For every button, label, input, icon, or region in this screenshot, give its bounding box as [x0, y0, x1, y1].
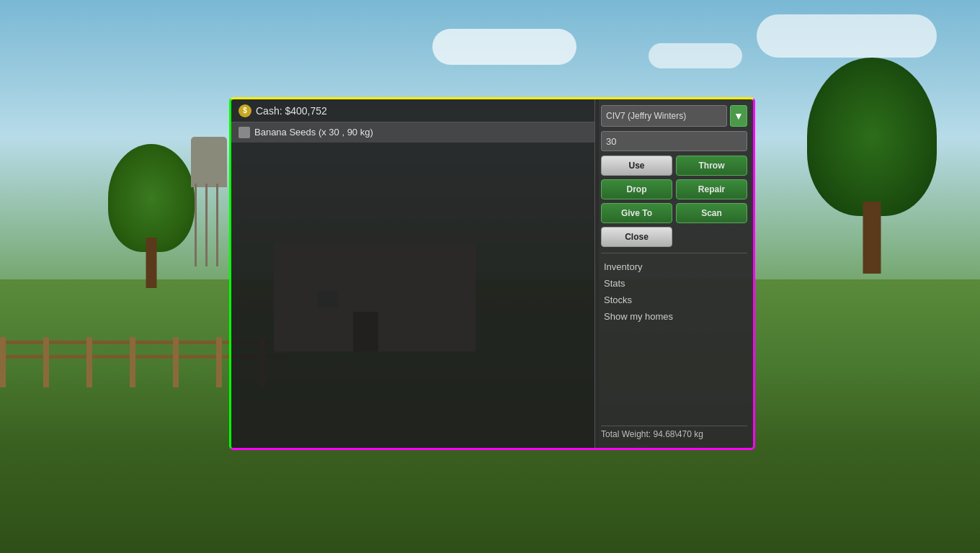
- give-to-button[interactable]: Give To: [601, 203, 672, 223]
- water-tower-legs: [195, 184, 223, 266]
- tree-foliage: [108, 144, 195, 252]
- weight-display: Total Weight: 94.68\470 kg: [601, 426, 747, 442]
- use-button[interactable]: Use: [601, 156, 672, 176]
- item-label: Banana Seeds (x 30 , 90 kg): [254, 127, 373, 138]
- drop-button[interactable]: Drop: [601, 179, 672, 199]
- cash-display: Cash: $400,752: [256, 105, 327, 117]
- inventory-list-panel: $ Cash: $400,752 Banana Seeds (x 30 , 90…: [231, 99, 599, 448]
- menu-list: Inventory Stats Stocks Show my homes: [601, 259, 747, 421]
- scan-button[interactable]: Scan: [676, 203, 747, 223]
- action-buttons: Use Throw Drop Repair Give To Scan Close: [601, 156, 747, 247]
- character-dropdown[interactable]: CIV7 (Jeffry Winters): [601, 105, 727, 127]
- fence-post: [216, 337, 222, 387]
- quantity-input[interactable]: [601, 131, 747, 151]
- cash-icon: $: [239, 104, 251, 117]
- menu-item-stats[interactable]: Stats: [601, 276, 747, 291]
- action-panel: CIV7 (Jeffry Winters) ▼ Use Throw Drop R…: [594, 99, 753, 448]
- cloud: [432, 29, 576, 65]
- inventory-item-row[interactable]: Banana Seeds (x 30 , 90 kg): [231, 122, 599, 143]
- divider: [601, 253, 747, 253]
- tree: [807, 58, 937, 274]
- fence-post: [86, 337, 92, 387]
- cash-row: $ Cash: $400,752: [231, 99, 599, 122]
- character-selector-row: CIV7 (Jeffry Winters) ▼: [601, 105, 747, 127]
- menu-item-show-homes[interactable]: Show my homes: [601, 309, 747, 324]
- fence-post: [173, 337, 179, 387]
- repair-button[interactable]: Repair: [676, 179, 747, 199]
- tree-foliage: [807, 58, 937, 216]
- fence-post: [130, 337, 135, 387]
- fence-post: [43, 337, 49, 387]
- tree-trunk: [863, 202, 881, 274]
- menu-item-inventory[interactable]: Inventory: [601, 259, 747, 274]
- inventory-window: $ Cash: $400,752 Banana Seeds (x 30 , 90…: [229, 97, 755, 450]
- cloud: [757, 14, 937, 58]
- dropdown-arrow-icon[interactable]: ▼: [730, 105, 747, 127]
- fence-post: [0, 337, 6, 387]
- tree-trunk: [146, 238, 157, 288]
- water-tower-tank: [191, 137, 227, 187]
- throw-button[interactable]: Throw: [676, 156, 747, 176]
- close-button[interactable]: Close: [601, 227, 672, 247]
- item-icon: [239, 127, 250, 138]
- tree: [108, 144, 195, 288]
- menu-item-stocks[interactable]: Stocks: [601, 292, 747, 307]
- cloud: [649, 43, 742, 68]
- water-tower: [191, 137, 227, 266]
